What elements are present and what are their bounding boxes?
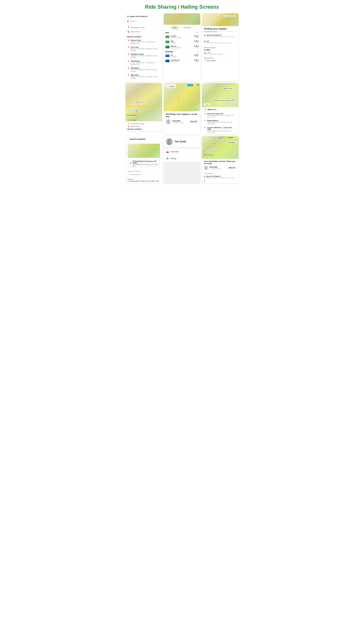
screen-map-full: Original Italian Pizza Sunoco Gas Statio… xyxy=(126,83,162,131)
selected-address-bar: 📍 37 Presidential Ct, Syracuse, NY 13202… xyxy=(128,159,160,168)
road-h xyxy=(202,144,238,144)
origin-route-label: James St & N.State St xyxy=(206,34,235,36)
saved-pin-icon: 📍 xyxy=(129,162,132,165)
ride-detail: bike pro in detail xyxy=(170,47,193,48)
location-name-input[interactable] xyxy=(128,172,160,176)
saved-locations-title: Saved Locations xyxy=(130,138,146,140)
tab-economy[interactable]: Economy xyxy=(182,26,193,29)
list-item[interactable]: 📍 AhmedabadLahore - Sheikhupura - Faisal… xyxy=(127,59,160,66)
dest-route-dot xyxy=(204,41,205,42)
ride-price: $ 18.8 xyxy=(194,35,199,37)
progress-fill xyxy=(204,32,217,32)
screen-finding-captain: Sunoco Gas Station Finding your Captain … xyxy=(202,13,238,81)
list-item[interactable]: 📍 Civil LinesMalikpur Rd, Malikpur, Fais… xyxy=(127,45,160,52)
pin-icon: 📍 xyxy=(127,46,130,49)
recent-title: Recent Locations xyxy=(128,128,160,130)
list-item[interactable]: 📍 NishatabadF43J+P7X, Malikpur, Faisalab… xyxy=(127,66,160,73)
driver-car: Honda CD 125 xyxy=(172,122,188,124)
ride-option[interactable]: 🚲 bikecool bike $ 18.84 min xyxy=(164,39,200,44)
road-v xyxy=(140,144,141,158)
destination-placeholder[interactable]: Where to ? xyxy=(130,20,138,22)
info-icon: ⓘ xyxy=(196,32,198,34)
origin-text: James St & N.State St xyxy=(130,16,148,18)
screen-location-search: James St & N.State St Where to ? 📍 Set l… xyxy=(126,13,162,81)
dest-route-number: 212 xyxy=(206,41,232,42)
location-name: Civil Lines xyxy=(131,46,160,48)
set-location-option[interactable]: 📍 Set location on map xyxy=(127,26,160,30)
suggestion-pin-icon: 📍 xyxy=(204,120,206,122)
set-location-bottom[interactable]: 📍 Set location on map xyxy=(128,123,160,124)
ride-price: $ 18.8 xyxy=(194,45,199,47)
svg-point-0 xyxy=(167,120,170,122)
your-rides-label: Your rides xyxy=(170,150,179,153)
share-details-row[interactable]: ↗ Share details xyxy=(204,60,236,62)
where-pin-icon: 📍 xyxy=(204,108,206,110)
cafe-label: Cafe Kubal xyxy=(208,151,213,152)
pin-icon: 📍 xyxy=(127,26,130,29)
pickup-time: 5 mins xyxy=(170,86,175,88)
suggestion-item[interactable]: 📍 Syracuse Midwives - Lovig Linda CNM 60… xyxy=(202,126,238,134)
driver-name: Alexsmith xyxy=(172,120,188,122)
menu-icon[interactable] xyxy=(197,84,199,86)
where-to-text: Where to? xyxy=(208,108,216,110)
ride-option[interactable]: 🚗 car plus procool car pro $ 28.24 min xyxy=(164,58,200,64)
status-dot xyxy=(172,122,173,123)
map-preview xyxy=(164,13,200,25)
info-icon-economy: ⓘ xyxy=(196,50,198,53)
road-h xyxy=(128,146,160,147)
origin-route-sublabel: James St & N.State St, Syracuse, NY 1320… xyxy=(206,36,235,37)
close-button[interactable]: ✕ xyxy=(165,84,168,87)
saved-places-option[interactable]: 🔖 Saved Places xyxy=(127,30,160,34)
back-button[interactable]: ‹ xyxy=(128,138,128,140)
now-button[interactable]: Now xyxy=(203,103,210,106)
madison-label: Madison Towers xyxy=(224,88,233,89)
trip-line xyxy=(204,177,205,179)
location-name: Mana Wala xyxy=(131,74,160,76)
set-location-label: Set location on map xyxy=(131,27,144,28)
settings-menu-item[interactable]: ⚙️ Setting xyxy=(164,155,200,162)
ride-option[interactable]: 🚗 car pluscar plus in detail $ 18.84 min xyxy=(164,34,200,39)
list-item[interactable]: 📍 Dastageer ColonyMalikpur Rd, Malikpur,… xyxy=(127,52,160,59)
trip-origin-dot xyxy=(204,176,205,177)
booking-label: Booking Details xyxy=(204,47,236,48)
payment-method: Cash xyxy=(207,52,222,54)
location-addr: Lahore - Sheikhupura - Faisalabad Rd, Ma… xyxy=(131,62,160,65)
saved-location-dot xyxy=(134,148,135,149)
ride-option[interactable]: 🚲 bike probike pro in detail $ 18.84 min xyxy=(164,44,200,50)
arrive-label: Arrive at xyxy=(219,137,224,138)
route-connector xyxy=(204,36,205,39)
saved-places-bottom[interactable]: 🔖 Saved Places xyxy=(128,126,160,127)
screen-destination-arrived: Wolff's Biergarten Cafe Kubal Galleries … xyxy=(202,136,238,184)
car-plus-pro-icon: 🚗 xyxy=(166,60,170,62)
list-item[interactable]: 📍 Manzoor ParkLahore - Sheikhupura - Fai… xyxy=(127,38,160,45)
license-plate: AFH 707 xyxy=(228,166,236,169)
location-addr: Malikpur Rd, Malikpur, Faisalabad, Punja… xyxy=(131,55,160,58)
your-rides-menu-item[interactable]: 🚗 Your rides xyxy=(164,148,200,155)
ride-price: $ 18.8 xyxy=(194,40,199,42)
saved-map-preview: The Grossner Civic... xyxy=(128,144,160,158)
section-plus: Plus ⓘ xyxy=(164,30,200,34)
pin-icon: 📍 xyxy=(127,40,130,42)
where-to-bar[interactable]: 📍 Where to? xyxy=(202,107,238,112)
pin-icon: 📍 xyxy=(127,74,130,76)
suggestion-item[interactable]: 📍 Donna R. Konick, OD 60 Presidential Pl… xyxy=(202,112,238,119)
ride-name: bike pro xyxy=(170,45,193,47)
bike-pro-icon: 🚲 xyxy=(166,46,170,48)
road-v xyxy=(215,83,215,107)
map-preview: ✕ Pickup at 5 mins Safety Syracuse xyxy=(164,83,200,112)
suggestion-item[interactable]: 📍 Bidwell Mark E 60 Presidential Plz # 2… xyxy=(202,119,238,126)
pickup-at-text: Pickup at xyxy=(170,84,175,86)
tab-plus[interactable]: Plus xyxy=(171,26,179,29)
ride-name: car xyxy=(170,54,193,56)
map-city-label: Syracuse xyxy=(194,109,199,110)
safety-badge[interactable]: Safety xyxy=(187,84,193,86)
list-item[interactable]: 📍 Mana WalaMalikpur Rd, Malikpur, Faisal… xyxy=(127,73,160,80)
car-icon: 🚗 xyxy=(166,36,170,38)
name-your-location-label: Name your locaiton xyxy=(126,169,162,172)
profile-menu: 🚗 Your rides ⚙️ Setting xyxy=(164,148,200,162)
ride-option[interactable]: 🚗 carcool bike $ 28.24 min xyxy=(164,53,200,58)
saved-places-label: Saved Places xyxy=(131,31,140,32)
screen-where-to: Madison Towers 550 Harrison Center Parki… xyxy=(202,83,238,134)
profile-header: Tom Smith xyxy=(164,136,200,147)
galleries-label: Galleries of Syracuse xyxy=(204,154,213,156)
